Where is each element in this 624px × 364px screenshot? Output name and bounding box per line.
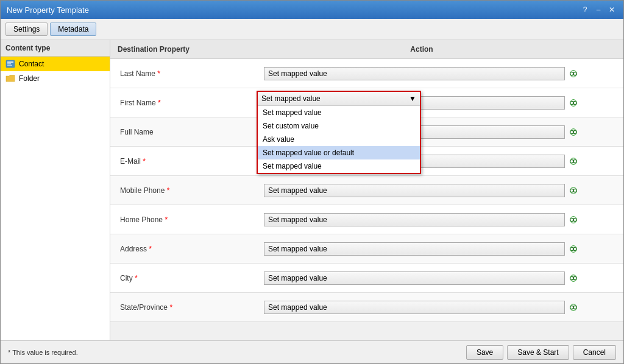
table-body: Last Name * Set mapped value Set custom … xyxy=(110,59,623,340)
email-link-icon[interactable] xyxy=(567,155,580,167)
footer: * This value is required. Save Save & St… xyxy=(1,340,623,363)
last-name-action: Set mapped value Set custom value Ask va… xyxy=(264,67,580,80)
table-row: City * Set mapped value xyxy=(110,264,623,293)
toolbar: Settings Metadata xyxy=(1,19,623,40)
close-button[interactable]: ✕ xyxy=(606,4,617,15)
home-phone-label: Home Phone * xyxy=(118,215,264,224)
dropdown-option-3[interactable]: Set mapped value or default xyxy=(258,146,420,159)
home-phone-action: Set mapped value xyxy=(264,213,580,226)
content-area: Destination Property Action Last Name * xyxy=(110,40,623,340)
address-select[interactable]: Set mapped value xyxy=(264,242,565,256)
dropdown-overlay: Set mapped value ▼ Set mapped value Set … xyxy=(257,91,421,174)
save-start-button[interactable]: Save & Start xyxy=(507,345,569,360)
state-province-select[interactable]: Set mapped value xyxy=(264,301,565,314)
metadata-tab[interactable]: Metadata xyxy=(50,23,96,36)
minimize-button[interactable]: – xyxy=(593,4,604,15)
table-row: Mobile Phone * Set mapped value xyxy=(110,176,623,205)
sidebar-header: Content type xyxy=(1,40,110,57)
table-row: Address * Set mapped value xyxy=(110,234,623,264)
state-province-link-icon[interactable] xyxy=(567,301,580,313)
sidebar-item-folder-label: Folder xyxy=(19,74,40,83)
home-phone-select[interactable]: Set mapped value xyxy=(264,213,565,226)
last-name-select-wrapper: Set mapped value Set custom value Ask va… xyxy=(264,67,565,80)
svg-rect-1 xyxy=(7,61,13,63)
content-right: Destination Property Action Last Name * xyxy=(110,40,623,340)
table-row: Home Phone * Set mapped value xyxy=(110,205,623,234)
dropdown-option-1[interactable]: Set custom value xyxy=(258,119,420,133)
folder-icon xyxy=(5,74,15,83)
city-action: Set mapped value xyxy=(264,271,580,285)
required-indicator: * xyxy=(157,69,160,78)
last-name-select[interactable]: Set mapped value Set custom value Ask va… xyxy=(264,67,565,80)
table-header: Destination Property Action xyxy=(110,40,623,59)
help-button[interactable]: ? xyxy=(580,4,590,15)
svg-rect-2 xyxy=(7,63,11,65)
home-phone-link-icon[interactable] xyxy=(567,214,580,226)
dropdown-selected[interactable]: Set mapped value ▼ xyxy=(258,92,420,106)
mobile-phone-link-icon[interactable] xyxy=(567,184,580,197)
action-header: Action xyxy=(264,45,580,54)
contact-icon xyxy=(5,59,15,69)
city-link-icon[interactable] xyxy=(567,272,580,284)
cancel-button[interactable]: Cancel xyxy=(573,345,616,360)
sidebar-item-folder[interactable]: Folder xyxy=(1,71,110,86)
state-province-label: State/Province * xyxy=(118,303,264,312)
address-link-icon[interactable] xyxy=(567,243,580,255)
mobile-phone-select[interactable]: Set mapped value xyxy=(264,184,565,197)
sidebar-item-contact[interactable]: Contact xyxy=(1,57,110,71)
destination-property-header: Destination Property xyxy=(118,45,264,54)
first-name-link-icon[interactable] xyxy=(567,97,580,109)
full-name-link-icon[interactable] xyxy=(567,126,580,138)
dropdown-option-0[interactable]: Set mapped value xyxy=(258,106,420,119)
window-title: New Property Template xyxy=(7,5,89,15)
table-row: State/Province * Set mapped value xyxy=(110,293,623,322)
last-name-link-icon[interactable] xyxy=(567,68,580,80)
save-button[interactable]: Save xyxy=(466,345,503,360)
first-name-label: First Name * xyxy=(118,99,264,107)
address-label: Address * xyxy=(118,245,264,253)
dropdown-option-4[interactable]: Set mapped value xyxy=(258,159,420,173)
mobile-phone-label: Mobile Phone * xyxy=(118,186,264,195)
email-label: E-Mail * xyxy=(118,157,264,166)
city-select[interactable]: Set mapped value xyxy=(264,271,565,285)
last-name-label: Last Name * xyxy=(118,69,264,78)
settings-tab[interactable]: Settings xyxy=(5,23,48,36)
footer-note: * This value is required. xyxy=(8,349,78,356)
dropdown-arrow-icon: ▼ xyxy=(409,94,416,103)
window: New Property Template ? – ✕ Settings Met… xyxy=(0,0,624,364)
dropdown-selected-label: Set mapped value xyxy=(261,94,321,103)
title-bar: New Property Template ? – ✕ xyxy=(1,1,623,19)
window-controls: ? – ✕ xyxy=(580,4,617,15)
mobile-phone-action: Set mapped value xyxy=(264,184,580,197)
sidebar: Content type Contact xyxy=(1,40,110,340)
sidebar-item-contact-label: Contact xyxy=(19,60,44,68)
header-spacer xyxy=(580,45,616,54)
city-label: City * xyxy=(118,274,264,282)
footer-buttons: Save Save & Start Cancel xyxy=(466,345,616,360)
dropdown-option-2[interactable]: Ask value xyxy=(258,133,420,146)
full-name-label: Full Name xyxy=(118,128,264,136)
svg-rect-3 xyxy=(7,65,12,66)
address-action: Set mapped value xyxy=(264,242,580,256)
table-row: Last Name * Set mapped value Set custom … xyxy=(110,59,623,88)
state-province-action: Set mapped value xyxy=(264,301,580,314)
main-content: Content type Contact xyxy=(1,40,623,340)
